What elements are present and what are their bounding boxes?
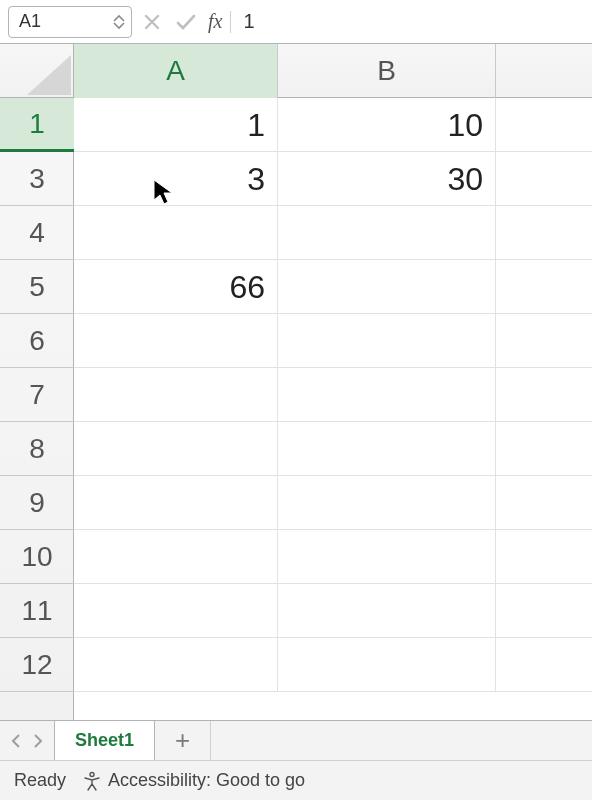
row-header-12[interactable]: 12 xyxy=(0,638,74,692)
row-header-4[interactable]: 4 xyxy=(0,206,74,260)
row-header-10[interactable]: 10 xyxy=(0,530,74,584)
add-sheet-button[interactable]: + xyxy=(155,721,211,760)
svg-point-0 xyxy=(90,772,94,776)
row-header-8[interactable]: 8 xyxy=(0,422,74,476)
name-box-stepper[interactable] xyxy=(111,14,127,30)
cell-B8[interactable] xyxy=(278,422,496,476)
cell-A7[interactable] xyxy=(74,368,278,422)
tab-next-icon[interactable] xyxy=(32,733,44,749)
row xyxy=(74,584,592,638)
formula-input[interactable]: 1 xyxy=(237,10,584,33)
formula-bar: A1 fx 1 xyxy=(0,0,592,44)
row-header-6[interactable]: 6 xyxy=(0,314,74,368)
formula-separator xyxy=(230,11,231,33)
tab-nav xyxy=(0,721,54,760)
row xyxy=(74,314,592,368)
chevron-down-icon xyxy=(113,22,125,30)
sheet-tabs-bar: Sheet1 + xyxy=(0,720,592,760)
row-header-5[interactable]: 5 xyxy=(0,260,74,314)
check-icon xyxy=(176,13,196,31)
cell-B7[interactable] xyxy=(278,368,496,422)
confirm-edit-button xyxy=(172,8,200,36)
row-header-3[interactable]: 3 xyxy=(0,152,74,206)
row xyxy=(74,422,592,476)
cell-A11[interactable] xyxy=(74,584,278,638)
cell-B5[interactable] xyxy=(278,260,496,314)
cell-A12[interactable] xyxy=(74,638,278,692)
cell-B11[interactable] xyxy=(278,584,496,638)
row xyxy=(74,206,592,260)
cell-A3[interactable]: 3 xyxy=(74,152,278,206)
tabs-fill xyxy=(211,721,592,760)
status-mode: Ready xyxy=(14,770,66,791)
plus-icon: + xyxy=(175,725,190,756)
row: 330 xyxy=(74,152,592,206)
cell-A10[interactable] xyxy=(74,530,278,584)
cell-A5[interactable]: 66 xyxy=(74,260,278,314)
cells-area[interactable]: 11033066 xyxy=(74,98,592,720)
sheet-tab-label: Sheet1 xyxy=(75,730,134,751)
cell-A9[interactable] xyxy=(74,476,278,530)
cell-B9[interactable] xyxy=(278,476,496,530)
row xyxy=(74,476,592,530)
cell-B12[interactable] xyxy=(278,638,496,692)
close-icon xyxy=(143,13,161,31)
row xyxy=(74,530,592,584)
accessibility-text: Accessibility: Good to go xyxy=(108,770,305,791)
cell-B4[interactable] xyxy=(278,206,496,260)
accessibility-icon xyxy=(82,771,102,791)
sheet-grid: AB 13456789101112 11033066 xyxy=(0,44,592,720)
cell-A4[interactable] xyxy=(74,206,278,260)
tab-prev-icon[interactable] xyxy=(10,733,22,749)
select-all-corner[interactable] xyxy=(0,44,74,98)
cell-B3[interactable]: 30 xyxy=(278,152,496,206)
row-header-1[interactable]: 1 xyxy=(0,98,74,152)
accessibility-status[interactable]: Accessibility: Good to go xyxy=(82,770,305,791)
cell-B6[interactable] xyxy=(278,314,496,368)
row-headers: 13456789101112 xyxy=(0,98,74,720)
row-header-9[interactable]: 9 xyxy=(0,476,74,530)
row-header-11[interactable]: 11 xyxy=(0,584,74,638)
cell-A8[interactable] xyxy=(74,422,278,476)
cell-A1[interactable]: 1 xyxy=(74,98,278,152)
row: 66 xyxy=(74,260,592,314)
status-bar: Ready Accessibility: Good to go xyxy=(0,760,592,800)
cell-A6[interactable] xyxy=(74,314,278,368)
fx-label[interactable]: fx xyxy=(206,10,224,33)
cell-B1[interactable]: 10 xyxy=(278,98,496,152)
cell-B10[interactable] xyxy=(278,530,496,584)
column-headers: AB xyxy=(74,44,592,98)
row: 110 xyxy=(74,98,592,152)
chevron-up-icon xyxy=(113,14,125,22)
column-header-A[interactable]: A xyxy=(74,44,278,98)
row xyxy=(74,638,592,692)
sheet-tab-active[interactable]: Sheet1 xyxy=(54,720,155,760)
name-box[interactable]: A1 xyxy=(8,6,132,38)
name-box-value: A1 xyxy=(19,11,111,32)
cancel-edit-button xyxy=(138,8,166,36)
row-header-7[interactable]: 7 xyxy=(0,368,74,422)
row xyxy=(74,368,592,422)
column-header-B[interactable]: B xyxy=(278,44,496,98)
